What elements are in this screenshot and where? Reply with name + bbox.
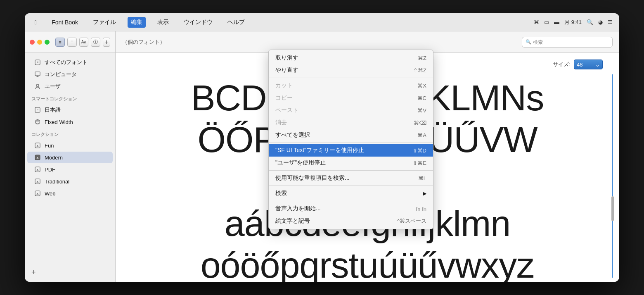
font-preview-button[interactable]: Aa	[79, 38, 89, 47]
svg-point-5	[36, 84, 39, 87]
computer-icon	[34, 71, 41, 78]
sidebar-bottom: +	[25, 263, 115, 282]
menu-edit[interactable]: 編集	[128, 17, 146, 28]
svg-text:A: A	[36, 156, 39, 160]
notification-icon[interactable]: ☰	[608, 19, 613, 25]
separator-5	[269, 201, 433, 201]
smart-collection-section: スマートコレクション	[25, 93, 115, 104]
japanese-icon: F	[34, 106, 41, 114]
menu-fontbook[interactable]: Font Book	[48, 17, 81, 27]
sidebar-modern-label: Modern	[45, 155, 63, 161]
apple-menu[interactable]: 	[31, 17, 40, 27]
sidebar-toolbar: ≡ ⋮ Aa ⓘ +	[25, 31, 115, 53]
menu-disable-user-shortcut: ⇧⌘E	[413, 160, 426, 166]
window-content: ≡ ⋮ Aa ⓘ + F すべてのフォント コンピュータ	[25, 31, 619, 282]
menu-emoji[interactable]: 絵文字と記号 ^⌘スペース	[269, 215, 433, 227]
main-area: （個のフォント） 🔍 サイズ: 48 ⌄ SF UI Text レギュラー	[116, 31, 619, 282]
menu-copy[interactable]: コピー ⌘C	[269, 92, 433, 104]
sidebar-item-web[interactable]: A Web	[27, 188, 113, 199]
menu-disable-sfuitext[interactable]: "SF UI Text"ファミリーを使用停止 ⇧⌘D	[269, 144, 433, 157]
pdf-icon: A	[34, 166, 41, 173]
submenu-arrow-icon: ▶	[423, 191, 426, 196]
sidebar-pdf-label: PDF	[45, 167, 55, 173]
menu-select-all[interactable]: すべてを選択 ⌘A	[269, 129, 433, 141]
sidebar-items-list: F すべてのフォント コンピュータ ユーザ スマートコレクション	[25, 53, 115, 263]
menu-cut-shortcut: ⌘X	[417, 83, 426, 89]
siri-icon[interactable]: ◕	[598, 19, 603, 25]
sidebar-item-japanese[interactable]: F 日本語	[27, 104, 113, 116]
menu-undo[interactable]: 取り消す ⌘Z	[269, 52, 433, 64]
search-menubar-icon[interactable]: 🔍	[587, 19, 593, 25]
sidebar-item-all-fonts[interactable]: F すべてのフォント	[27, 57, 113, 68]
menu-start-dictation-shortcut: fn fn	[416, 206, 426, 212]
menu-file[interactable]: ファイル	[90, 17, 119, 28]
menu-disable-user-label: "ユーザ"を使用停止	[275, 159, 326, 167]
sidebar-fixed-width-label: Fixed Width	[45, 119, 73, 125]
collections-section: コレクション	[25, 128, 115, 139]
menu-start-dictation-label: 音声入力を開始...	[275, 205, 321, 212]
sidebar-item-fixed-width[interactable]: Fixed Width	[27, 116, 113, 128]
sidebar-item-fun[interactable]: A Fun	[27, 140, 113, 151]
airplay-icon: ▭	[544, 19, 549, 25]
menu-delete-label: 消去	[275, 119, 287, 126]
clock: 月 9:41	[564, 19, 582, 26]
menu-redo-shortcut: ⇧⌘Z	[413, 67, 426, 74]
menu-disable-user[interactable]: "ユーザ"を使用停止 ⇧⌘E	[269, 157, 433, 169]
sidebar-item-modern[interactable]: A Modern	[27, 152, 113, 163]
sidebar-web-label: Web	[45, 190, 56, 197]
menu-bar-right: ⌘ ▭ ▬ 月 9:41 🔍 ◕ ☰	[534, 19, 613, 26]
menu-cut[interactable]: カット ⌘X	[269, 79, 433, 92]
menu-cut-label: カット	[275, 82, 293, 89]
traditional-icon: A	[34, 178, 41, 185]
info-button[interactable]: ⓘ	[91, 38, 100, 47]
add-collection-button[interactable]: +	[103, 38, 110, 47]
sidebar-item-pdf[interactable]: A PDF	[27, 164, 113, 175]
separator-1	[269, 78, 433, 78]
separator-4	[269, 186, 433, 186]
menu-search-submenu[interactable]: 検索 ▶	[269, 187, 433, 200]
list-view-button[interactable]: ≡	[55, 38, 65, 47]
separator-3	[269, 170, 433, 171]
sidebar-user-label: ユーザ	[45, 83, 61, 90]
grid-view-button[interactable]: ⋮	[67, 38, 77, 47]
sidebar-japanese-label: 日本語	[45, 106, 61, 114]
menu-select-all-shortcut: ⌘A	[417, 132, 426, 138]
menu-disable-sfuitext-shortcut: ⇧⌘D	[413, 148, 426, 154]
menu-window[interactable]: ウインドウ	[180, 17, 216, 28]
add-icon[interactable]: +	[31, 268, 36, 276]
modern-icon: A	[34, 154, 41, 161]
fullscreen-button[interactable]	[45, 40, 50, 45]
menu-disable-sfuitext-label: "SF UI Text"ファミリーを使用停止	[275, 147, 364, 154]
sidebar-traditional-label: Traditional	[45, 178, 69, 185]
menu-redo[interactable]: やり直す ⇧⌘Z	[269, 64, 433, 76]
svg-text:A: A	[36, 192, 39, 196]
svg-text:A: A	[36, 144, 39, 148]
sidebar-fun-label: Fun	[45, 143, 54, 149]
menu-find-duplicates-shortcut: ⌘L	[418, 175, 426, 181]
svg-text:A: A	[36, 168, 39, 172]
menu-start-dictation[interactable]: 音声入力を開始... fn fn	[269, 202, 433, 215]
all-fonts-icon: F	[34, 59, 41, 66]
close-button[interactable]	[30, 40, 35, 45]
sidebar-item-user[interactable]: ユーザ	[27, 81, 113, 92]
menu-find-duplicates[interactable]: 使用可能な重複項目を検索... ⌘L	[269, 172, 433, 184]
dropdown-overlay: 取り消す ⌘Z やり直す ⇧⌘Z カット ⌘X	[116, 31, 619, 282]
svg-rect-2	[35, 72, 40, 76]
sidebar-computer-label: コンピュータ	[45, 71, 77, 78]
menu-select-all-label: すべてを選択	[275, 131, 310, 139]
sidebar-item-computer[interactable]: コンピュータ	[27, 69, 113, 80]
menu-emoji-shortcut: ^⌘スペース	[397, 217, 426, 225]
svg-text:A: A	[36, 180, 39, 184]
svg-text:F: F	[37, 108, 39, 112]
menu-view[interactable]: 表示	[154, 17, 172, 28]
mac-window:  Font Book ファイル 編集 表示 ウインドウ ヘルプ ⌘ ▭ ▬ 月…	[25, 13, 619, 282]
sidebar-item-traditional[interactable]: A Traditional	[27, 176, 113, 187]
menu-undo-label: 取り消す	[275, 54, 298, 62]
menu-search-label: 検索	[275, 190, 287, 197]
menu-delete-shortcut: ⌘⌫	[414, 120, 426, 126]
menu-delete[interactable]: 消去 ⌘⌫	[269, 117, 433, 129]
sidebar-all-fonts-label: すべてのフォント	[45, 59, 88, 66]
menu-paste[interactable]: ペースト ⌘V	[269, 104, 433, 117]
menu-help[interactable]: ヘルプ	[224, 17, 248, 28]
minimize-button[interactable]	[37, 40, 42, 45]
